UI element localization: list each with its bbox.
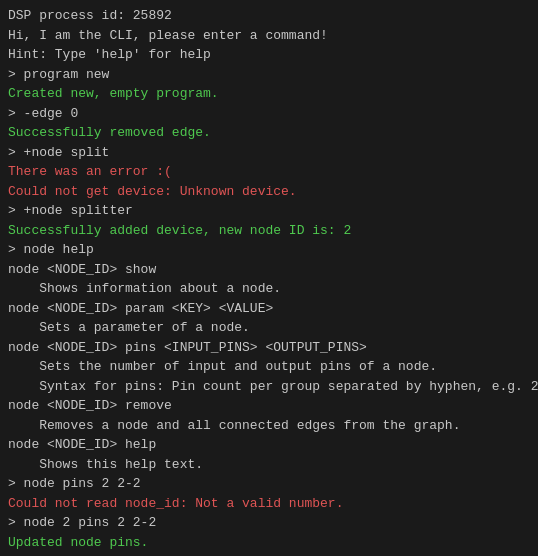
terminal-line: node <NODE_ID> param <KEY> <VALUE> xyxy=(8,299,530,319)
terminal-line: Sets a parameter of a node. xyxy=(8,318,530,338)
terminal-line: > node pins 2 2-2 xyxy=(8,474,530,494)
terminal-line: Hint: Type 'help' for help xyxy=(8,45,530,65)
terminal-line: Hi, I am the CLI, please enter a command… xyxy=(8,26,530,46)
terminal-line: Successfully removed edge. xyxy=(8,123,530,143)
terminal-line: Removes a node and all connected edges f… xyxy=(8,416,530,436)
terminal-line: DSP process id: 25892 xyxy=(8,6,530,26)
terminal-line: node <NODE_ID> show xyxy=(8,260,530,280)
terminal-line: Shows information about a node. xyxy=(8,279,530,299)
terminal-line: > +node splitter xyxy=(8,201,530,221)
terminal-line: > -edge 0 xyxy=(8,104,530,124)
terminal-line: There was an error :( xyxy=(8,162,530,182)
terminal-line: Syntax for pins: Pin count per group sep… xyxy=(8,377,530,397)
terminal-line: Could not get device: Unknown device. xyxy=(8,182,530,202)
terminal-line: > node help xyxy=(8,240,530,260)
terminal-line: node <NODE_ID> remove xyxy=(8,396,530,416)
terminal-line: Successfully added device, new node ID i… xyxy=(8,221,530,241)
terminal-line: Shows this help text. xyxy=(8,455,530,475)
terminal-line: Could not read node_id: Not a valid numb… xyxy=(8,494,530,514)
terminal-line: > +node split xyxy=(8,143,530,163)
terminal-line: node <NODE_ID> pins <INPUT_PINS> <OUTPUT… xyxy=(8,338,530,358)
terminal-line: > program new xyxy=(8,65,530,85)
terminal-line: Updated node pins. xyxy=(8,533,530,553)
terminal-line: Sets the number of input and output pins… xyxy=(8,357,530,377)
terminal: DSP process id: 25892Hi, I am the CLI, p… xyxy=(0,0,538,556)
terminal-line: > +edge 2 0 0 0 2 0 0 xyxy=(8,552,530,556)
terminal-line: Created new, empty program. xyxy=(8,84,530,104)
terminal-line: node <NODE_ID> help xyxy=(8,435,530,455)
terminal-line: > node 2 pins 2 2-2 xyxy=(8,513,530,533)
